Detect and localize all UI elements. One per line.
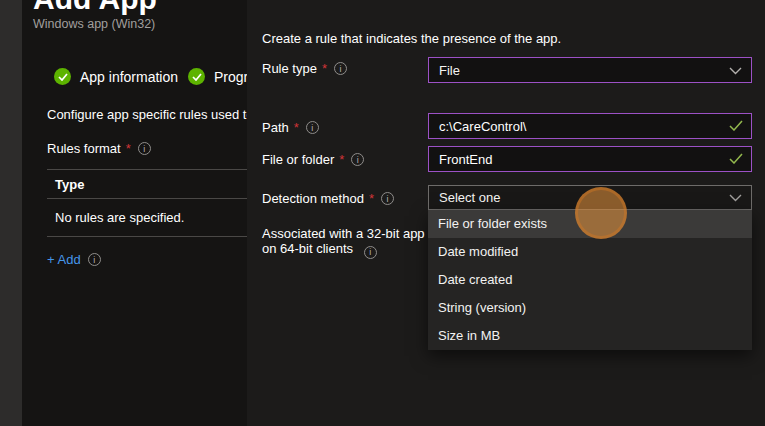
rules-format-label: Rules format * i — [47, 141, 151, 156]
option-string-version[interactable]: String (version) — [428, 294, 752, 322]
rules-description: Configure app specific rules used to d — [47, 107, 265, 122]
rule-type-value: File — [429, 63, 729, 78]
file-or-folder-field-wrapper — [428, 146, 752, 172]
info-icon[interactable]: i — [306, 121, 319, 134]
click-indicator — [575, 187, 627, 239]
path-input[interactable] — [429, 119, 729, 134]
step-label: App information — [80, 69, 178, 85]
path-field-wrapper — [428, 113, 752, 139]
associated-32bit-label: Associated with a 32-bit app on 64-bit c… — [262, 226, 447, 259]
info-icon[interactable]: i — [364, 246, 377, 259]
option-date-modified[interactable]: Date modified — [428, 238, 752, 266]
info-icon[interactable]: i — [88, 253, 101, 266]
left-edge-rail — [0, 0, 22, 426]
add-app-window: Add App Windows app (Win32) App informat… — [0, 0, 765, 426]
table-top-border — [47, 169, 252, 170]
table-empty-message: No rules are specified. — [55, 210, 184, 225]
step-complete-icon — [54, 68, 71, 85]
rule-type-dropdown[interactable]: File — [428, 57, 752, 83]
option-size-in-mb[interactable]: Size in MB — [428, 322, 752, 350]
valid-check-icon — [729, 152, 743, 167]
required-marker: * — [339, 152, 344, 167]
file-or-folder-input[interactable] — [429, 152, 729, 167]
valid-check-icon — [729, 119, 743, 134]
info-icon[interactable]: i — [381, 192, 394, 205]
step-app-information[interactable]: App information — [54, 68, 178, 85]
page-subtitle: Windows app (Win32) — [33, 17, 155, 31]
step-complete-icon — [188, 68, 205, 85]
required-marker: * — [126, 141, 131, 156]
table-header-border — [47, 198, 252, 199]
required-marker: * — [369, 191, 374, 206]
info-icon[interactable]: i — [138, 142, 151, 155]
detection-rule-panel: Create a rule that indicates the presenc… — [247, 0, 765, 426]
page-title: Add App — [33, 0, 157, 16]
option-date-created[interactable]: Date created — [428, 266, 752, 294]
file-or-folder-label: File or folder * i — [262, 152, 364, 167]
table-bottom-border — [47, 236, 252, 237]
info-icon[interactable]: i — [351, 153, 364, 166]
required-marker: * — [294, 120, 299, 135]
rule-type-label: Rule type * i — [262, 61, 347, 76]
required-marker: * — [322, 61, 327, 76]
detection-method-label: Detection method * i — [262, 191, 394, 206]
info-icon[interactable]: i — [334, 62, 347, 75]
table-header-type: Type — [55, 177, 84, 192]
chevron-down-icon — [729, 190, 742, 205]
add-rule-link[interactable]: + Add i — [47, 252, 101, 267]
panel-intro-text: Create a rule that indicates the presenc… — [262, 31, 561, 46]
path-label: Path * i — [262, 120, 319, 135]
chevron-down-icon — [729, 63, 742, 78]
